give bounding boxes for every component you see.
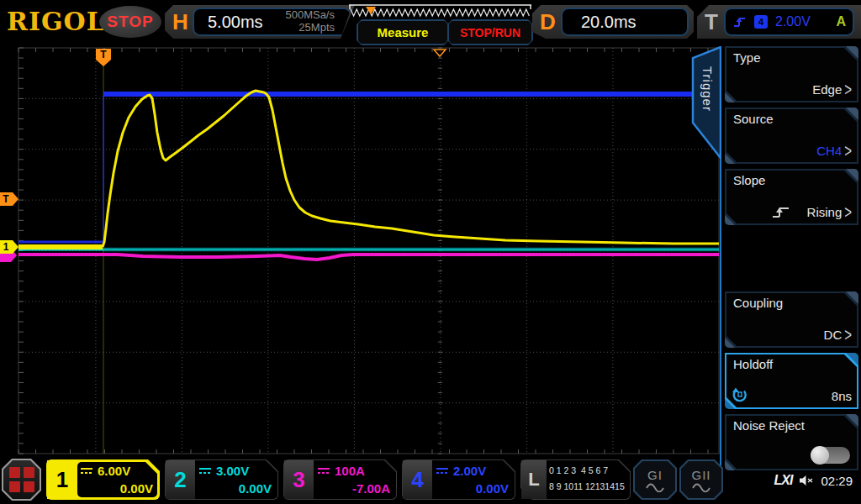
channel-2-block[interactable]: 2 3.00V 0.00V <box>165 459 278 500</box>
oscilloscope-screen: RIGOL STOP H 5.00ms 500MSa/s 25Mpts Meas… <box>0 0 861 504</box>
speaker-muted-icon <box>799 475 814 486</box>
chevron-right-icon: > <box>844 202 852 223</box>
channel-3-offset: -7.00A <box>317 480 390 498</box>
channel-4-block[interactable]: 4 2.00V 0.00V <box>402 459 515 500</box>
toggle-knob <box>811 446 829 465</box>
digital-label: L <box>521 460 547 499</box>
rotate-knob-icon <box>732 387 747 402</box>
digital-row-1: 0 1 2 3 4 5 6 7 <box>549 463 625 479</box>
channel-4-offset: 0.00V <box>436 480 509 498</box>
rising-edge-icon <box>771 205 791 219</box>
dc-coupling-icon <box>198 467 212 475</box>
trigger-mode: A <box>836 14 846 29</box>
chevron-right-icon: > <box>844 79 852 100</box>
channel-1-offset: 0.00V <box>80 480 153 498</box>
sine-wave-icon <box>691 483 711 492</box>
chevron-right-icon: > <box>844 140 852 161</box>
menu-item-source[interactable]: Source CH4> <box>725 108 858 164</box>
channel-1-number: 1 <box>47 460 77 499</box>
menu-item-type[interactable]: Type Edge> <box>725 46 858 102</box>
slope-value: Rising <box>807 205 843 219</box>
channel-2-scale: 3.00V <box>216 464 249 478</box>
menu-item-noise-reject[interactable]: Noise Reject <box>725 414 858 470</box>
channel-4-number: 4 <box>403 460 432 499</box>
channel-2-number: 2 <box>166 460 195 499</box>
rising-edge-icon <box>732 16 747 28</box>
generator-2-label: GII <box>691 468 710 482</box>
generator-2-button[interactable]: GII <box>679 459 723 500</box>
svg-text:T: T <box>3 193 9 205</box>
horizontal-center-marker[interactable] <box>434 50 446 56</box>
digital-channels-block[interactable]: L 0 1 2 3 4 5 6 78 9 1011 12131415 <box>520 459 631 500</box>
dc-coupling-icon <box>80 467 93 475</box>
menu-item-coupling[interactable]: Coupling DC> <box>725 291 858 348</box>
channel-2-offset: 0.00V <box>198 480 272 498</box>
lxi-indicator: LXI <box>774 473 793 488</box>
trigger-source-badge: 4 <box>754 15 768 29</box>
digital-row-2: 8 9 1011 12131415 <box>549 479 625 495</box>
menu-item-slope[interactable]: Slope Rising> <box>725 169 858 225</box>
channel-1-scale: 6.00V <box>98 464 130 478</box>
generator-1-button[interactable]: GI <box>633 459 677 500</box>
svg-text:T: T <box>100 49 107 60</box>
channel-3-scale: 100A <box>335 464 365 478</box>
noise-reject-toggle[interactable] <box>811 447 850 464</box>
coupling-value: DC <box>824 328 843 342</box>
svg-text:1: 1 <box>3 241 9 253</box>
grid-icon <box>9 467 34 492</box>
dc-coupling-icon <box>317 467 330 475</box>
waveform-display: T1T <box>0 0 723 458</box>
channel-3-number: 3 <box>284 460 314 499</box>
menu-item-holdoff[interactable]: Holdoff 8ns <box>725 353 858 409</box>
chevron-right-icon: > <box>844 324 852 345</box>
sine-wave-icon <box>645 483 665 492</box>
trigger-menu-tab[interactable]: Trigger <box>690 46 721 159</box>
generator-1-label: GI <box>647 468 663 482</box>
trigger-tab-label: Trigger <box>700 66 715 112</box>
source-value: CH4 <box>816 144 842 158</box>
channel-1-block[interactable]: 1 6.00V 0.00V <box>46 459 160 500</box>
trigger-level-value: 2.00V <box>775 14 811 29</box>
holdoff-value: 8ns <box>832 389 852 403</box>
channel-3-block[interactable]: 3 100A -7.00A <box>283 459 397 500</box>
menu-grid-button[interactable] <box>2 459 41 501</box>
dc-coupling-icon <box>436 467 449 475</box>
clock: 02:29 <box>821 474 853 488</box>
ch1-trace <box>103 91 719 247</box>
channel-4-scale: 2.00V <box>453 464 486 478</box>
ch3-trace <box>18 255 719 260</box>
type-value: Edge <box>812 82 842 97</box>
